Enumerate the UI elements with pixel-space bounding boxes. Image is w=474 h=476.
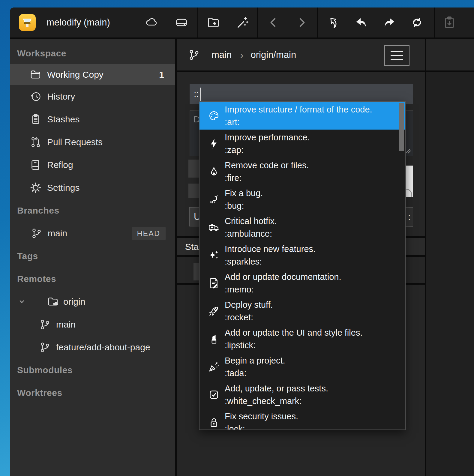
current-branch-label[interactable]: main — [212, 49, 232, 60]
submodules-section-header: Submodules — [10, 359, 175, 382]
text-cursor — [200, 88, 201, 101]
app-window: melodify (main) — [10, 7, 474, 476]
option-checkbox-fragment[interactable] — [188, 184, 199, 198]
navigate-back-button[interactable] — [265, 7, 282, 37]
gitmoji-option-sparkles[interactable]: Introduce new features. :sparkles: — [200, 241, 405, 269]
sidebar-divider[interactable] — [175, 39, 177, 476]
sidebar-remote-origin[interactable]: origin — [10, 290, 175, 313]
tags-section-header: Tags — [10, 245, 175, 268]
redo-arrow-button[interactable] — [381, 7, 398, 37]
rocket-icon — [208, 305, 220, 317]
gear-icon — [30, 182, 42, 194]
sidebar-item-settings[interactable]: Settings — [10, 176, 175, 199]
option-checkbox-fragment[interactable] — [188, 160, 199, 178]
gitmoji-option-zap[interactable]: Improve performance. :zap: — [200, 130, 405, 157]
window-title: melodify (main) — [46, 7, 110, 37]
check-mark-icon — [208, 389, 220, 401]
summary-value: :: — [194, 89, 199, 99]
app-logo — [19, 7, 36, 37]
remote-branch-label: feature/add-about-page — [56, 342, 150, 352]
history-clock-icon — [30, 91, 42, 103]
remotes-section-header: Remotes — [10, 268, 175, 290]
upstream-branch-label[interactable]: origin/main — [251, 49, 296, 60]
sidebar-remote-branch-feature[interactable]: feature/add-about-page — [10, 336, 175, 359]
book-icon — [30, 159, 42, 171]
sidebar: Workspace Working Copy 1 — [10, 39, 175, 476]
branch-header: main › origin/main — [177, 39, 425, 72]
hamburger-menu-button[interactable] — [384, 45, 410, 66]
sidebar-item-working-copy[interactable]: Working Copy 1 — [10, 64, 175, 85]
remote-branch-label: main — [56, 319, 76, 330]
folder-icon — [30, 69, 42, 81]
remote-folder-cloud-icon — [47, 296, 59, 308]
sidebar-item-label: Settings — [47, 183, 80, 193]
detail-pane — [426, 39, 474, 476]
navigate-forward-button[interactable] — [293, 7, 310, 37]
branch-label: main — [48, 228, 67, 238]
open-repo-button[interactable] — [205, 7, 222, 37]
gitmoji-option-lipstick[interactable]: Add or update the UI and style files. :l… — [200, 325, 405, 353]
gitmoji-option-fire[interactable]: Remove code or files. :fire: — [200, 157, 405, 185]
head-badge: HEAD — [132, 227, 166, 240]
gitmoji-option-memo[interactable]: Add or update documentation. :memo: — [200, 269, 405, 297]
magic-wand-button[interactable] — [234, 7, 251, 37]
breadcrumb-separator: › — [240, 49, 243, 61]
dropdown-scrollbar[interactable] — [399, 103, 404, 151]
gitmoji-option-white-check-mark[interactable]: Add, update, or pass tests. :white_check… — [200, 381, 405, 409]
bug-icon — [208, 193, 220, 205]
gitmoji-code: :art: — [225, 116, 372, 128]
stash-pop-clipboard-button[interactable] — [441, 7, 458, 37]
titlebar-separator — [317, 7, 318, 37]
titlebar-separator — [257, 7, 258, 37]
titlebar-separator — [197, 7, 198, 37]
sidebar-item-label: Stashes — [47, 114, 80, 124]
sidebar-item-reflog[interactable]: Reflog — [10, 154, 175, 176]
gitmoji-option-rocket[interactable]: Deploy stuff. :rocket: — [200, 297, 405, 325]
memo-icon — [208, 277, 220, 289]
sidebar-item-label: Working Copy — [47, 70, 104, 80]
branches-section-header: Branches — [10, 199, 175, 222]
git-branch-icon — [30, 227, 42, 239]
sync-button[interactable] — [409, 7, 425, 37]
flame-icon — [208, 166, 220, 178]
git-branch-icon — [188, 49, 200, 61]
chevron-down-icon[interactable] — [18, 298, 26, 306]
working-copy-count-badge: 1 — [159, 70, 164, 80]
remote-label: origin — [63, 297, 85, 307]
sidebar-remote-branch-main[interactable]: main — [10, 313, 175, 336]
button-fragment-colon[interactable]: : — [406, 207, 413, 227]
git-branch-icon — [39, 341, 51, 353]
drive-button[interactable] — [173, 7, 190, 37]
palette-icon — [208, 110, 220, 122]
sparkles-icon — [208, 249, 220, 261]
sidebar-item-label: Pull Requests — [47, 137, 103, 147]
gitmoji-description: Improve structure / format of the code. — [225, 103, 372, 116]
sidebar-branch-main[interactable]: main HEAD — [10, 222, 175, 245]
sidebar-item-history[interactable]: History — [10, 85, 175, 108]
titlebar: melodify (main) — [10, 7, 474, 39]
gitmoji-option-art[interactable]: Improve structure / format of the code. … — [200, 102, 405, 130]
git-branch-icon — [39, 319, 51, 331]
sidebar-item-label: History — [47, 91, 75, 102]
clipboard-icon — [30, 113, 42, 125]
gitmoji-option-ambulance[interactable]: Critical hotfix. :ambulance: — [200, 213, 405, 241]
gitmoji-option-tada[interactable]: Begin a project. :tada: — [200, 353, 405, 381]
app-logo-icon — [19, 14, 36, 31]
workspace-section-header: Workspace — [10, 39, 175, 64]
worktrees-section-header: Worktrees — [10, 382, 175, 404]
party-popper-icon — [208, 361, 220, 373]
ambulance-icon — [208, 221, 220, 233]
sidebar-item-pull-requests[interactable]: Pull Requests — [10, 131, 175, 154]
gitmoji-option-lock[interactable]: Fix security issues. :lock: — [200, 409, 405, 430]
sidebar-item-stashes[interactable]: Stashes — [10, 108, 175, 131]
gitmoji-option-bug[interactable]: Fix a bug. :bug: — [200, 185, 405, 213]
titlebar-separator — [434, 7, 435, 37]
gitmoji-autocomplete-dropdown: Improve structure / format of the code. … — [199, 101, 406, 430]
undo-arrow-button[interactable] — [353, 7, 370, 37]
pull-request-icon — [30, 136, 42, 148]
lipstick-icon — [208, 333, 220, 345]
cloud-button[interactable] — [143, 7, 160, 37]
desktop: { "colors": { "accent": "#1e97ea", "app_… — [0, 0, 474, 476]
push-arrow-icon-button[interactable] — [325, 7, 342, 37]
white-panel-fragment — [406, 166, 413, 197]
